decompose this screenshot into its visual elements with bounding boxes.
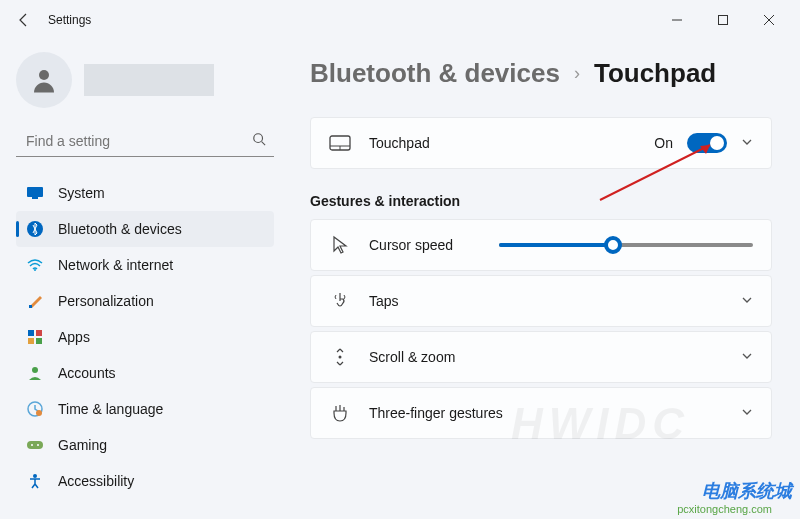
section-title: Gestures & interaction [310, 193, 772, 209]
sidebar-item-time[interactable]: Time & language [16, 391, 274, 427]
svg-point-19 [37, 444, 39, 446]
sidebar-item-label: Personalization [58, 293, 154, 309]
search-input[interactable] [26, 133, 252, 149]
touchpad-row[interactable]: Touchpad On [310, 117, 772, 169]
three-finger-label: Three-finger gestures [369, 405, 741, 421]
sidebar-item-network[interactable]: Network & internet [16, 247, 274, 283]
sidebar-item-label: System [58, 185, 105, 201]
sidebar-item-label: Accounts [58, 365, 116, 381]
scroll-zoom-label: Scroll & zoom [369, 349, 741, 365]
apps-icon [26, 328, 44, 346]
svg-point-2 [39, 70, 49, 80]
svg-rect-5 [27, 187, 43, 197]
svg-point-24 [339, 356, 342, 359]
svg-rect-17 [27, 441, 43, 449]
sidebar-item-label: Gaming [58, 437, 107, 453]
sidebar-item-personalization[interactable]: Personalization [16, 283, 274, 319]
gaming-icon [26, 436, 44, 454]
sidebar-item-label: Accessibility [58, 473, 134, 489]
touchpad-toggle[interactable] [687, 133, 727, 153]
taps-row[interactable]: Taps [310, 275, 772, 327]
sidebar-item-label: Time & language [58, 401, 163, 417]
chevron-down-icon [741, 404, 753, 422]
cursor-speed-label: Cursor speed [369, 237, 479, 253]
touchpad-label: Touchpad [369, 135, 654, 151]
touchpad-state: On [654, 135, 673, 151]
chevron-right-icon: › [574, 63, 580, 84]
three-finger-row[interactable]: Three-finger gestures [310, 387, 772, 439]
sidebar-item-accounts[interactable]: Accounts [16, 355, 274, 391]
chevron-down-icon [741, 292, 753, 310]
sidebar-item-accessibility[interactable]: Accessibility [16, 463, 274, 499]
maximize-button[interactable] [700, 4, 746, 36]
accounts-icon [26, 364, 44, 382]
back-button[interactable] [8, 4, 40, 36]
svg-point-3 [254, 134, 263, 143]
user-info-placeholder [84, 64, 214, 96]
system-icon [26, 184, 44, 202]
chevron-down-icon [741, 348, 753, 366]
scroll-icon [329, 346, 351, 368]
svg-rect-1 [719, 16, 728, 25]
bluetooth-icon [26, 220, 44, 238]
cursor-speed-slider[interactable] [499, 243, 753, 247]
svg-point-20 [33, 474, 37, 478]
taps-label: Taps [369, 293, 741, 309]
avatar [16, 52, 72, 108]
svg-rect-10 [28, 330, 34, 336]
svg-rect-6 [32, 197, 38, 199]
sidebar-item-bluetooth[interactable]: Bluetooth & devices [16, 211, 274, 247]
sidebar-item-label: Apps [58, 329, 90, 345]
sidebar-item-apps[interactable]: Apps [16, 319, 274, 355]
tap-icon [329, 290, 351, 312]
brush-icon [26, 292, 44, 310]
sidebar-item-gaming[interactable]: Gaming [16, 427, 274, 463]
search-icon [252, 132, 266, 150]
svg-point-8 [34, 269, 36, 271]
cursor-icon [329, 234, 351, 256]
user-profile[interactable] [16, 52, 274, 126]
svg-rect-11 [36, 330, 42, 336]
cursor-speed-row: Cursor speed [310, 219, 772, 271]
search-box[interactable] [16, 126, 274, 157]
sidebar-item-label: Network & internet [58, 257, 173, 273]
minimize-button[interactable] [654, 4, 700, 36]
breadcrumb-current: Touchpad [594, 58, 716, 89]
svg-point-18 [31, 444, 33, 446]
svg-rect-12 [28, 338, 34, 344]
breadcrumb: Bluetooth & devices › Touchpad [310, 58, 772, 89]
breadcrumb-parent[interactable]: Bluetooth & devices [310, 58, 560, 89]
touchpad-icon [329, 132, 351, 154]
accessibility-icon [26, 472, 44, 490]
close-button[interactable] [746, 4, 792, 36]
window-title: Settings [48, 13, 91, 27]
sidebar-item-system[interactable]: System [16, 175, 274, 211]
svg-rect-9 [29, 305, 32, 308]
clock-icon [26, 400, 44, 418]
svg-rect-13 [36, 338, 42, 344]
svg-point-14 [32, 367, 38, 373]
scroll-zoom-row[interactable]: Scroll & zoom [310, 331, 772, 383]
svg-line-4 [262, 142, 266, 146]
sidebar-item-label: Bluetooth & devices [58, 221, 182, 237]
three-finger-icon [329, 402, 351, 424]
chevron-down-icon[interactable] [741, 134, 753, 152]
wifi-icon [26, 256, 44, 274]
svg-point-16 [36, 410, 42, 416]
